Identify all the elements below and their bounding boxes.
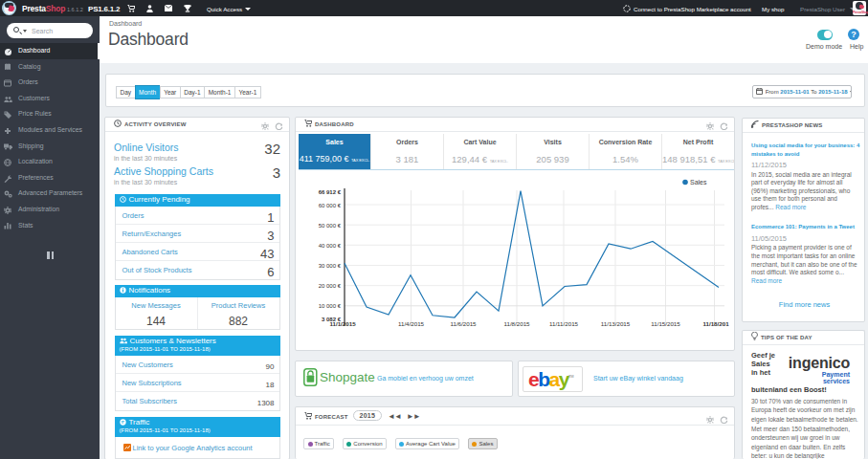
svg-text:50 000 €: 50 000 € (319, 223, 342, 229)
svg-text:11/13/2015: 11/13/2015 (601, 320, 631, 327)
svg-text:11/4/2015: 11/4/2015 (398, 320, 425, 327)
svg-text:20 000 €: 20 000 € (319, 283, 342, 289)
svg-text:Sales: Sales (690, 179, 707, 186)
svg-text:60 000 €: 60 000 € (319, 203, 342, 208)
svg-text:11/8/2015: 11/8/2015 (503, 320, 530, 327)
svg-text:11/15/2015: 11/15/2015 (651, 320, 680, 327)
svg-text:10 000 €: 10 000 € (319, 303, 342, 309)
svg-text:11/6/2015: 11/6/2015 (450, 320, 477, 327)
svg-text:66 912 €: 66 912 € (319, 189, 342, 195)
svg-text:11/11/2015: 11/11/2015 (549, 320, 579, 327)
svg-text:40 000 €: 40 000 € (319, 243, 342, 249)
svg-text:11/18/201: 11/18/201 (702, 320, 729, 327)
svg-text:11/1/2015: 11/1/2015 (329, 320, 356, 327)
svg-text:30 000 €: 30 000 € (319, 263, 342, 269)
